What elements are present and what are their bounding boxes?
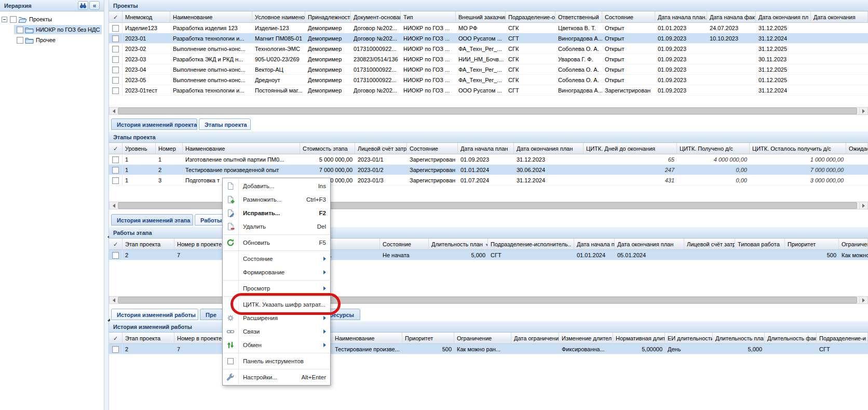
column-header[interactable]: Ответственный (555, 11, 602, 23)
column-header[interactable]: ЦИТК. Получено д/с (677, 143, 750, 154)
tree-node[interactable]: Проекты (0, 14, 104, 24)
menu-item[interactable]: Состояние (223, 252, 330, 266)
scroll-left-button[interactable] (110, 202, 117, 209)
find-button[interactable] (78, 1, 88, 10)
table-row[interactable]: 2023-01Разработка технологии и...Магнит … (109, 33, 868, 44)
row-checkbox[interactable] (112, 177, 119, 184)
table-row[interactable]: 2023-02Выполнение опытно-конс...Технолог… (109, 44, 868, 54)
column-header[interactable]: Дата окончания пл (756, 11, 811, 23)
tab[interactable]: История изменений работы (111, 309, 198, 320)
menu-item[interactable]: Настройки...Alt+Enter (223, 371, 330, 384)
column-header[interactable]: Приоритет (785, 239, 839, 250)
column-header[interactable]: Ожидаемы (846, 143, 868, 154)
column-header[interactable]: Дата окончания план (615, 239, 684, 250)
table-row[interactable]: 2023-03Разработка ЭКД и РКД н...905-U020… (109, 54, 868, 64)
tree-node[interactable]: Прочее (0, 35, 104, 45)
column-header[interactable]: Состояние (380, 239, 429, 250)
tab[interactable]: Этапы проекта (199, 118, 251, 130)
column-header-check[interactable]: ✓ (109, 11, 123, 23)
column-header[interactable]: Длительность фак (765, 333, 817, 344)
tree-node-checkbox[interactable] (10, 16, 17, 23)
tree-node-inner[interactable]: Проекты (7, 15, 54, 24)
menu-item[interactable]: ЦИТК. Указать шифр затрат... (223, 298, 330, 311)
column-header[interactable]: Уровень (123, 143, 156, 154)
tab[interactable]: История изменений проекта (111, 118, 197, 130)
column-header[interactable]: Этап проекта (123, 239, 174, 250)
row-checkbox[interactable] (112, 56, 119, 63)
menu-item[interactable]: Размножить...Ctrl+F3 (223, 193, 330, 206)
scrollbar-thumb[interactable] (118, 108, 857, 114)
menu-item[interactable]: Просмотр (223, 282, 330, 295)
panel-splitter[interactable] (104, 0, 109, 410)
column-header[interactable]: Нормативная длит (613, 333, 665, 344)
column-header[interactable]: Внешний заказчик (456, 11, 506, 23)
menu-item[interactable]: Панель инструментов (223, 354, 330, 368)
column-header[interactable]: Дата начала план. (655, 11, 707, 23)
tree-node-inner[interactable]: НИОКР по ГОЗ без НДС (14, 25, 102, 34)
column-header[interactable]: Состояние (602, 11, 655, 23)
row-checkbox[interactable] (112, 46, 119, 52)
tree-node[interactable]: НИОКР по ГОЗ без НДС (0, 24, 104, 35)
menu-item[interactable]: Расширения (223, 311, 330, 325)
column-header[interactable]: ЦИТК. Дней до окончания (584, 143, 677, 154)
menu-item[interactable]: Исправить...F2 (223, 206, 330, 220)
column-header[interactable]: ЕИ длительности (665, 333, 713, 344)
column-header[interactable]: Состояние (407, 143, 458, 154)
tree-expander[interactable] (2, 17, 7, 22)
column-header[interactable]: Ограничение (454, 333, 511, 344)
row-checkbox[interactable] (112, 25, 119, 32)
row-checkbox[interactable] (112, 87, 119, 94)
row-checkbox[interactable] (112, 156, 119, 163)
tree-node-inner[interactable]: Прочее (14, 35, 58, 45)
column-header-check[interactable]: ✓ (109, 333, 123, 344)
menu-item[interactable]: УдалитьDel (223, 220, 330, 233)
column-header[interactable]: Наименование (332, 333, 402, 344)
column-header[interactable]: Условное наименова (252, 11, 305, 23)
column-header[interactable]: Тип (401, 11, 456, 23)
column-header[interactable]: Принадлежность (305, 11, 351, 23)
tab[interactable]: История изменений этапа (111, 214, 193, 226)
column-header[interactable]: Наименование (170, 11, 252, 23)
table-row[interactable]: 2023-01тестРазработка технологии и...Пос… (109, 85, 868, 96)
menu-item[interactable]: Обмен (223, 338, 330, 352)
column-header[interactable]: Приоритет (402, 333, 454, 344)
collapse-panel-button[interactable]: « (89, 1, 100, 10)
column-header[interactable]: Подразделение-от (506, 11, 555, 23)
column-header[interactable]: Типовая работа (735, 239, 785, 250)
column-header-check[interactable]: ✓ (109, 143, 123, 154)
column-header[interactable]: Стоимость этапа (300, 143, 355, 154)
horizontal-scrollbar[interactable] (109, 107, 868, 115)
column-header[interactable]: Номер (156, 143, 183, 154)
column-header[interactable]: Этап проекта (123, 333, 174, 344)
row-checkbox[interactable] (112, 252, 119, 259)
menu-item[interactable]: Формирование (223, 266, 330, 279)
table-row[interactable]: 2023-05Выполнение опытно-конс...Дредноут… (109, 75, 868, 85)
row-checkbox[interactable] (112, 77, 119, 84)
column-header[interactable]: Дата начала план. (574, 239, 615, 250)
table-row[interactable]: Изделие123Разработка изделия 123Изделие-… (109, 23, 868, 33)
scroll-right-button[interactable] (859, 297, 867, 303)
column-header[interactable]: Дата окончания (811, 11, 868, 23)
column-header[interactable]: ЦИТК. Осталось получить д/с (750, 143, 846, 154)
scrollbar-track[interactable] (117, 108, 859, 114)
tree-node-checkbox[interactable] (17, 37, 23, 44)
scroll-right-button[interactable] (859, 202, 867, 209)
column-header[interactable]: Лицевой счёт затр (684, 239, 735, 250)
column-header[interactable]: Дата окончания план (514, 143, 584, 154)
menu-item[interactable]: Связи (223, 325, 330, 338)
scroll-right-button[interactable] (859, 108, 867, 114)
column-header[interactable]: Дата начала план (458, 143, 514, 154)
column-header[interactable]: Дата начала факт. (707, 11, 756, 23)
column-header[interactable]: Длительность пла (713, 333, 765, 344)
row-checkbox[interactable] (112, 167, 119, 174)
column-header[interactable]: Наименование (183, 143, 300, 154)
menu-item[interactable]: Добавить...Ins (223, 179, 330, 193)
tree-node-checkbox[interactable] (17, 27, 23, 33)
column-header-check[interactable]: ✓ (109, 239, 123, 250)
row-checkbox[interactable] (112, 67, 119, 73)
table-row[interactable]: 2023-04Выполнение опытно-конс...Вектор-А… (109, 64, 868, 75)
row-checkbox[interactable] (112, 35, 119, 42)
menu-item[interactable]: ОбновитьF5 (223, 236, 330, 249)
table-row[interactable]: 12Тестирование произведенной опыт7 000 0… (109, 165, 868, 175)
table-row[interactable]: 11Изготовление опытной партии ПМ0...5 00… (109, 154, 868, 165)
